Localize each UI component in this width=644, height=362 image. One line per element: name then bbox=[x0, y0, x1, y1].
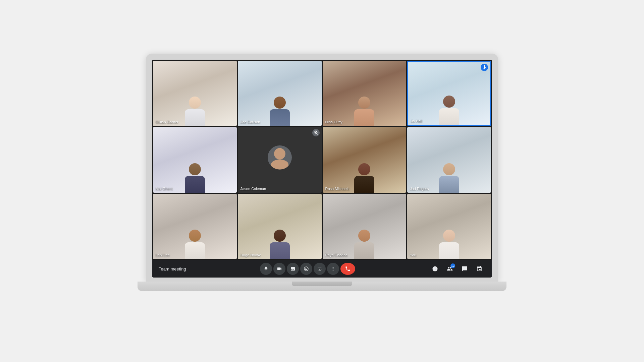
participant-name-gillian: Gillian Garner bbox=[156, 120, 178, 124]
participant-tile-gillian[interactable]: Gillian Garner bbox=[153, 61, 237, 126]
participant-tile-jad[interactable]: Jad Rogers bbox=[407, 127, 491, 192]
bottom-bar: Team meeting bbox=[152, 260, 492, 278]
info-button[interactable] bbox=[429, 263, 441, 275]
reactions-button[interactable] bbox=[300, 263, 312, 275]
participant-name-jo: Jo Hall bbox=[411, 119, 422, 123]
participant-name-nina: Nina Duffy bbox=[325, 120, 342, 124]
participant-tile-lani[interactable]: Lani Lee bbox=[153, 194, 237, 259]
meeting-title: Team meeting bbox=[159, 266, 186, 272]
participant-tile-priya[interactable]: Priya Chadha bbox=[323, 194, 407, 259]
participant-tile-jason[interactable]: Jason Coleman bbox=[238, 127, 322, 192]
camera-button[interactable] bbox=[273, 263, 285, 275]
participant-name-rosa: Rosa Michaels bbox=[325, 187, 350, 191]
mute-indicator-jason bbox=[312, 129, 320, 136]
captions-button[interactable] bbox=[287, 263, 299, 275]
people-badge: 12 bbox=[450, 263, 455, 268]
participant-name-mai: Mai Ghent bbox=[156, 187, 173, 191]
participant-name-jad: Jad Rogers bbox=[410, 187, 429, 191]
participant-tile-nina[interactable]: Nina Duffy bbox=[323, 61, 407, 126]
present-button[interactable] bbox=[314, 263, 326, 275]
participant-name-you: You bbox=[410, 253, 416, 257]
participant-name-joe: Joe Carlson bbox=[240, 120, 260, 124]
participant-name-lani: Lani Lee bbox=[156, 253, 170, 257]
participant-tile-hugo[interactable]: Hugo Novak bbox=[238, 194, 322, 259]
laptop-mockup: Gillian Garner Joe Carlson bbox=[138, 54, 506, 308]
participant-tile-joe[interactable]: Joe Carlson bbox=[238, 61, 322, 126]
chat-button[interactable] bbox=[459, 263, 471, 275]
participant-tile-mai[interactable]: Mai Ghent bbox=[153, 127, 237, 192]
end-call-button[interactable] bbox=[340, 263, 355, 275]
controls-center bbox=[260, 263, 355, 275]
participant-tile-you[interactable]: You bbox=[407, 194, 491, 259]
video-grid: Gillian Garner Joe Carlson bbox=[152, 60, 492, 260]
controls-right: 12 bbox=[429, 263, 485, 275]
activities-button[interactable] bbox=[473, 263, 485, 275]
active-mic-indicator bbox=[481, 64, 488, 71]
mic-button[interactable] bbox=[260, 263, 272, 275]
people-button[interactable]: 12 bbox=[444, 263, 456, 275]
participant-tile-jo[interactable]: Jo Hall bbox=[407, 61, 491, 126]
screen: Gillian Garner Joe Carlson bbox=[152, 60, 492, 278]
participant-name-hugo: Hugo Novak bbox=[240, 253, 261, 257]
participant-tile-rosa[interactable]: Rosa Michaels bbox=[323, 127, 407, 192]
laptop-base bbox=[138, 282, 506, 291]
laptop-notch bbox=[292, 282, 352, 286]
screen-bezel: Gillian Garner Joe Carlson bbox=[146, 54, 498, 282]
participant-name-jason: Jason Coleman bbox=[240, 187, 266, 191]
more-options-button[interactable] bbox=[327, 263, 339, 275]
participant-name-priya: Priya Chadha bbox=[325, 253, 348, 257]
